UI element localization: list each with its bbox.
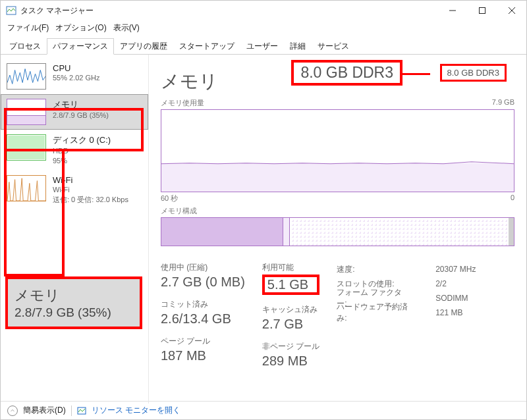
annotation-callout-title: メモリ bbox=[14, 286, 133, 305]
mcomp-free bbox=[509, 218, 514, 246]
stat-avail-label: 利用可能 bbox=[262, 262, 319, 273]
annotation-connector bbox=[400, 73, 430, 75]
svg-rect-2 bbox=[479, 8, 485, 14]
minimize-button[interactable] bbox=[437, 1, 467, 20]
menu-bar: ファイル(F) オプション(O) 表示(V) bbox=[1, 20, 526, 35]
footer-bar: 簡易表示(D) リソース モニターを開く bbox=[1, 401, 526, 419]
usage-chart-xleft: 60 秒 bbox=[161, 194, 178, 203]
meta-slots-v: 2/2 bbox=[435, 279, 447, 288]
menu-options[interactable]: オプション(O) bbox=[53, 21, 109, 35]
task-manager-window: タスク マネージャー ファイル(F) オプション(O) 表示(V) プロセス パ… bbox=[0, 0, 527, 420]
simple-view-link[interactable]: 簡易表示(D) bbox=[23, 405, 66, 416]
footer-separator bbox=[71, 406, 72, 416]
stat-paged-label: ページ プール bbox=[161, 336, 245, 347]
stat-in-use-value: 2.7 GB (0 MB) bbox=[161, 275, 245, 290]
sidebar-item-cpu[interactable]: CPU 55% 2.02 GHz bbox=[1, 59, 148, 94]
tab-services[interactable]: サービス bbox=[312, 38, 355, 54]
stat-commit-value: 2.6/13.4 GB bbox=[161, 311, 245, 327]
disk-thumb bbox=[7, 134, 46, 161]
memory-usage-chart bbox=[161, 109, 514, 192]
meta-speed-k: 速度: bbox=[337, 264, 409, 275]
memory-detail-pane: メモリ 8.0 GB DDR3 8.0 GB DDR3 メモリ使用量 7.9 G… bbox=[149, 55, 526, 404]
cpu-thumb bbox=[7, 63, 46, 90]
stat-cached-label: キャッシュ済み bbox=[262, 304, 319, 315]
detail-title: メモリ bbox=[161, 69, 218, 94]
menu-view[interactable]: 表示(V) bbox=[111, 21, 142, 35]
sidebar-item-label: ディスク 0 (C:) bbox=[53, 134, 111, 146]
svg-rect-5 bbox=[161, 163, 514, 192]
sidebar-item-sub: 55% 2.02 GHz bbox=[53, 73, 100, 83]
sidebar-item-sub2: 95% bbox=[53, 156, 111, 166]
sidebar-item-sub: HDD bbox=[53, 146, 111, 156]
stat-paged-value: 187 MB bbox=[161, 348, 245, 363]
meta-hwres-k: ハードウェア予約済み: bbox=[337, 302, 409, 324]
mcomp-standby bbox=[290, 218, 509, 246]
usage-chart-label: メモリ使用量 bbox=[161, 98, 204, 108]
stat-nonpaged-label: 非ページ プール bbox=[262, 341, 319, 352]
tab-performance[interactable]: パフォーマンス bbox=[47, 38, 114, 55]
memory-stats: 使用中 (圧縮) 2.7 GB (0 MB) コミット済み 2.6/13.4 G… bbox=[161, 262, 514, 369]
open-resource-monitor-link[interactable]: リソース モニターを開く bbox=[92, 405, 180, 416]
resmon-icon bbox=[77, 406, 86, 415]
sidebar-item-disk[interactable]: ディスク 0 (C:) HDD 95% bbox=[1, 130, 148, 171]
annotation-spec-callout: 8.0 GB DDR3 bbox=[440, 64, 507, 82]
tab-startup[interactable]: スタートアップ bbox=[173, 38, 240, 54]
window-title: タスク マネージャー bbox=[20, 5, 94, 16]
annotation-spec-box: 8.0 GB DDR3 bbox=[291, 60, 402, 86]
memory-composition-label: メモリ構成 bbox=[161, 206, 514, 216]
memory-composition-bar bbox=[161, 217, 514, 246]
close-button[interactable] bbox=[497, 1, 526, 20]
maximize-button[interactable] bbox=[467, 1, 497, 20]
annotation-callout-sub: 2.8/7.9 GB (35%) bbox=[14, 305, 133, 320]
sidebar-item-label: CPU bbox=[53, 63, 100, 73]
tab-app-history[interactable]: アプリの履歴 bbox=[114, 38, 173, 54]
content-area: CPU 55% 2.02 GHz メモリ 2.8/7.9 GB (35%) bbox=[1, 55, 526, 404]
tab-processes[interactable]: プロセス bbox=[3, 38, 47, 54]
menu-file[interactable]: ファイル(F) bbox=[5, 21, 51, 35]
sidebar-item-label: メモリ bbox=[53, 99, 109, 111]
memory-thumb bbox=[7, 99, 46, 125]
sidebar-item-memory[interactable]: メモリ 2.8/7.9 GB (35%) bbox=[1, 94, 148, 130]
stat-commit-label: コミット済み bbox=[161, 299, 245, 310]
usage-chart-ymax: 7.9 GB bbox=[492, 98, 514, 108]
collapse-icon[interactable] bbox=[7, 406, 18, 416]
meta-speed-v: 20307 MHz bbox=[435, 265, 476, 274]
tab-users[interactable]: ユーザー bbox=[240, 38, 284, 54]
mcomp-modified bbox=[283, 218, 291, 246]
sidebar-item-sub2: 送信: 0 受信: 32.0 Kbps bbox=[53, 195, 128, 205]
tab-strip: プロセス パフォーマンス アプリの履歴 スタートアップ ユーザー 詳細 サービス bbox=[1, 35, 526, 55]
tab-details[interactable]: 詳細 bbox=[284, 38, 312, 54]
stat-in-use-label: 使用中 (圧縮) bbox=[161, 262, 245, 273]
stat-nonpaged-value: 289 MB bbox=[262, 354, 319, 369]
sidebar-item-wifi[interactable]: Wi-Fi Wi-Fi 送信: 0 受信: 32.0 Kbps bbox=[1, 171, 148, 209]
sidebar-item-sub: Wi-Fi bbox=[53, 185, 128, 195]
stat-avail-value: 5.1 GB bbox=[262, 275, 319, 295]
app-icon bbox=[6, 5, 16, 16]
meta-form-v: SODIMM bbox=[435, 294, 468, 303]
mcomp-in-use bbox=[161, 218, 283, 246]
memory-meta: 速度:20307 MHz スロットの使用:2/2 フォーム ファクター:SODI… bbox=[337, 262, 476, 369]
meta-hwres-v: 121 MB bbox=[435, 308, 462, 317]
sidebar-item-label: Wi-Fi bbox=[53, 175, 128, 185]
sidebar-item-sub: 2.8/7.9 GB (35%) bbox=[53, 111, 109, 120]
stat-cached-value: 2.7 GB bbox=[262, 317, 319, 332]
usage-chart-xright: 0 bbox=[511, 194, 514, 203]
perf-sidebar: CPU 55% 2.02 GHz メモリ 2.8/7.9 GB (35%) bbox=[1, 55, 149, 404]
title-bar: タスク マネージャー bbox=[1, 1, 526, 20]
wifi-thumb bbox=[7, 175, 46, 201]
annotation-memory-callout: メモリ 2.8/7.9 GB (35%) bbox=[5, 276, 142, 329]
